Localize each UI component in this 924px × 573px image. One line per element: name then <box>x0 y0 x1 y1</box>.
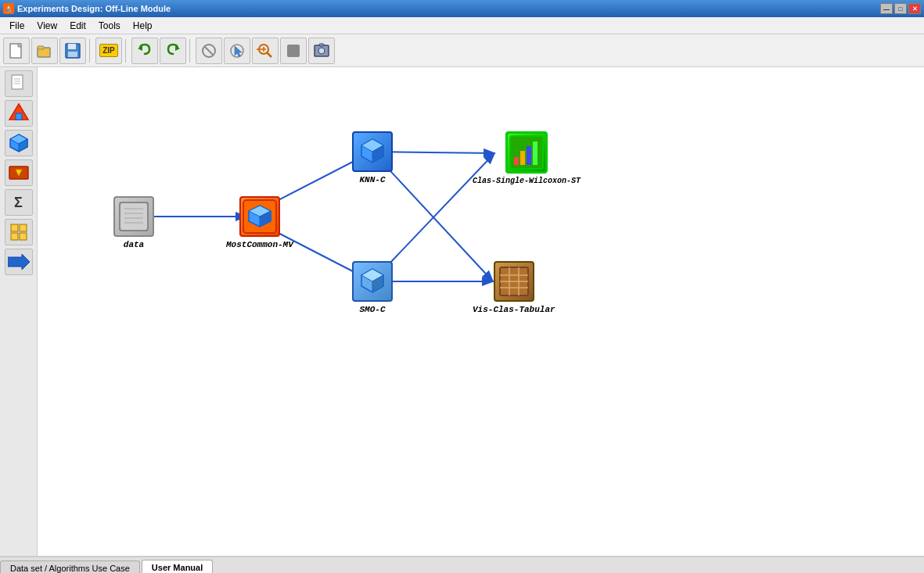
stop-button[interactable] <box>280 38 307 64</box>
node-clas-icon <box>505 131 548 174</box>
svg-rect-32 <box>20 224 27 231</box>
node-data-icon <box>113 196 154 237</box>
node-knn-label: KNN-C <box>359 175 385 184</box>
sidebar-sigma[interactable]: Σ <box>5 189 33 216</box>
new-button[interactable] <box>3 38 30 64</box>
node-clas[interactable]: Clas-Single-Wilcoxon-ST <box>473 131 581 185</box>
sidebar-arrow[interactable] <box>5 249 33 275</box>
svg-rect-25 <box>16 113 22 120</box>
minimize-button[interactable]: — <box>880 3 893 14</box>
node-knn-icon <box>352 131 393 172</box>
svg-marker-35 <box>8 254 30 270</box>
sidebar-document[interactable] <box>5 70 33 97</box>
svg-rect-6 <box>68 52 77 57</box>
svg-rect-16 <box>287 45 300 57</box>
main-container: Σ <box>0 67 924 556</box>
app-icon: 🔬 <box>3 3 14 14</box>
svg-rect-19 <box>319 44 324 46</box>
node-vis-label: Vis-Clas-Tabular <box>473 305 555 314</box>
sidebar-grid[interactable] <box>5 219 33 245</box>
svg-rect-5 <box>68 44 76 49</box>
svg-line-13 <box>268 52 272 57</box>
svg-rect-20 <box>12 75 23 89</box>
menu-tools[interactable]: Tools <box>92 19 127 33</box>
sidebar-cube[interactable] <box>5 130 33 156</box>
cancel-button[interactable] <box>196 38 222 64</box>
close-button[interactable]: ✕ <box>908 3 921 14</box>
svg-line-10 <box>205 47 213 55</box>
node-data[interactable]: data <box>113 196 154 249</box>
svg-rect-62 <box>520 151 525 165</box>
sidebar: Σ <box>0 67 38 556</box>
redo-button[interactable] <box>160 38 186 64</box>
svg-rect-31 <box>11 224 18 231</box>
node-data-label: data <box>124 240 144 249</box>
pointer-button[interactable] <box>224 38 250 64</box>
open-button[interactable] <box>31 38 58 64</box>
menu-edit[interactable]: Edit <box>63 19 92 33</box>
toolbar: ZIP <box>0 34 924 67</box>
tab-dataset[interactable]: Data set / Algorithms Use Case <box>0 560 140 573</box>
menu-help[interactable]: Help <box>127 19 159 33</box>
bottom-panel: Data set / Algorithms Use Case User Manu… <box>0 556 924 573</box>
tab-bar: Data set / Algorithms Use Case User Manu… <box>0 557 924 573</box>
node-vis[interactable]: Vis-Clas-Tabular <box>473 261 555 314</box>
zoom-button[interactable] <box>252 38 279 64</box>
window-controls: — □ ✕ <box>880 3 921 14</box>
svg-rect-44 <box>120 202 148 231</box>
screenshot-button[interactable] <box>308 38 335 64</box>
maximize-button[interactable]: □ <box>894 3 907 14</box>
svg-rect-34 <box>20 233 27 240</box>
node-smo-icon <box>352 261 393 302</box>
node-mostcommon-icon <box>239 196 280 237</box>
undo-button[interactable] <box>131 38 158 64</box>
node-vis-icon <box>494 261 534 302</box>
tab-usermanual[interactable]: User Manual <box>142 560 213 573</box>
window-title: Experiments Design: Off-Line Module <box>17 4 171 13</box>
svg-rect-63 <box>527 146 531 165</box>
node-smo[interactable]: SMO-C <box>352 261 393 314</box>
svg-rect-33 <box>11 233 18 240</box>
title-bar: 🔬 Experiments Design: Off-Line Module — … <box>0 0 924 17</box>
node-smo-label: SMO-C <box>359 305 385 314</box>
sidebar-analyze[interactable] <box>5 159 33 186</box>
canvas-area[interactable]: data MostCommon-MV <box>38 67 924 556</box>
save-button[interactable] <box>59 38 86 64</box>
node-mostcommon[interactable]: MostCommon-MV <box>226 196 293 249</box>
svg-rect-61 <box>514 157 519 165</box>
svg-rect-64 <box>533 141 538 165</box>
node-mostcommon-label: MostCommon-MV <box>226 240 293 249</box>
node-clas-label: Clas-Single-Wilcoxon-ST <box>473 177 581 185</box>
menu-bar: File View Edit Tools Help <box>0 17 924 34</box>
sidebar-data[interactable] <box>5 100 33 127</box>
menu-view[interactable]: View <box>31 19 63 33</box>
svg-rect-3 <box>38 46 44 49</box>
node-knn[interactable]: KNN-C <box>352 131 393 184</box>
svg-point-18 <box>318 48 325 54</box>
zip-button[interactable]: ZIP <box>95 38 122 64</box>
menu-file[interactable]: File <box>3 19 31 33</box>
